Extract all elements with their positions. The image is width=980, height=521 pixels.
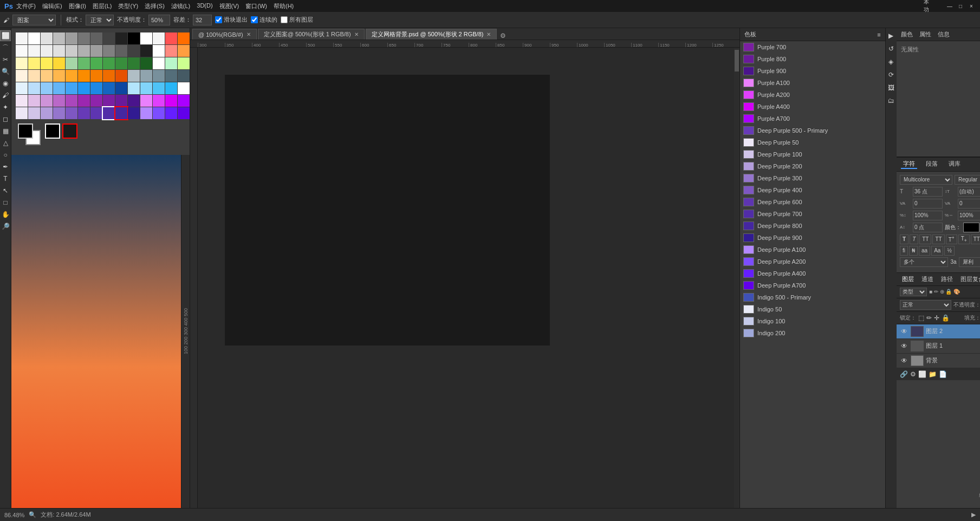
tab-3-close[interactable]: ✕ <box>486 31 491 37</box>
swatch-cell[interactable] <box>78 45 90 57</box>
swatch-cell[interactable] <box>28 57 40 69</box>
bold-btn[interactable]: T <box>900 235 908 244</box>
menu-filter[interactable]: 滤镜(L) <box>171 2 190 10</box>
swatch-cell[interactable] <box>153 82 165 94</box>
menu-image[interactable]: 图像(I) <box>69 2 86 10</box>
color-list-item[interactable]: Indigo 500 - Primary <box>740 291 885 303</box>
caps-btn[interactable]: TT <box>971 235 980 244</box>
color-list-item[interactable]: Deep Purple A400 <box>740 268 885 279</box>
tab-2-close[interactable]: ✕ <box>354 31 359 37</box>
lock-transparent-icon[interactable]: ⬚ <box>918 314 924 322</box>
props-tab-info[interactable]: 信息 <box>938 30 950 38</box>
swatch-cell[interactable] <box>128 70 140 82</box>
props-tab-color[interactable]: 颜色 <box>901 30 913 38</box>
far-right-tool-2[interactable]: ↺ <box>886 43 897 54</box>
swatch-cell[interactable] <box>103 70 115 82</box>
swatch-cell[interactable] <box>153 32 165 44</box>
tool-lasso[interactable]: ⌒ <box>0 42 11 53</box>
swatch-cell[interactable] <box>28 70 40 82</box>
add-style-btn[interactable]: ⚙ <box>910 370 916 378</box>
swatch-cell[interactable] <box>165 32 177 44</box>
menu-edit[interactable]: 编辑(E) <box>42 2 62 10</box>
tool-eraser[interactable]: ◻ <box>0 114 11 125</box>
swatch-cell[interactable] <box>90 32 102 44</box>
swatch-cell[interactable] <box>28 32 40 44</box>
v-scale-input[interactable] <box>913 211 943 220</box>
swatch-cell[interactable] <box>165 107 177 119</box>
swatch-cell[interactable] <box>128 45 140 57</box>
layer-vis-2[interactable]: 👁 <box>900 356 908 365</box>
swatch-cell[interactable] <box>16 70 28 82</box>
canvas-content[interactable] <box>198 48 734 508</box>
swatch-cell[interactable] <box>41 32 53 44</box>
color-list-item[interactable]: Purple 800 <box>740 53 885 65</box>
opacity-input[interactable] <box>148 15 170 25</box>
swatch-cell[interactable] <box>128 82 140 94</box>
swatch-cell[interactable] <box>178 32 190 44</box>
menu-3d[interactable]: 3D(D) <box>197 2 212 10</box>
color-list-item[interactable]: Purple A700 <box>740 113 885 125</box>
swatch-cell[interactable] <box>53 57 65 69</box>
swatch-cell[interactable] <box>103 95 115 107</box>
color-list-item[interactable]: Deep Purple 400 <box>740 184 885 196</box>
swatch-cell[interactable] <box>53 107 65 119</box>
language-select[interactable]: 多个 <box>900 257 948 267</box>
tool-blur[interactable]: △ <box>0 138 11 148</box>
new-layer-btn[interactable]: 📄 <box>939 370 947 378</box>
color-list-item[interactable]: Purple A100 <box>740 77 885 89</box>
color-list-item[interactable]: Deep Purple 600 <box>740 196 885 208</box>
swatch-cell[interactable] <box>90 107 102 119</box>
color-list-item[interactable]: Deep Purple A700 <box>740 279 885 291</box>
tt-btn[interactable]: TT <box>919 235 931 244</box>
swatch-cell[interactable] <box>78 82 90 94</box>
swatch-cell[interactable] <box>140 95 152 107</box>
blend-mode-select[interactable]: 正常 <box>86 15 114 25</box>
swatch-cell[interactable] <box>165 82 177 94</box>
color-panel-menu[interactable]: ≡ <box>877 31 880 38</box>
color-list-item[interactable]: Purple A200 <box>740 89 885 101</box>
swatch-cell[interactable] <box>41 95 53 107</box>
swatch-cell[interactable] <box>178 57 190 69</box>
swatch-cell[interactable] <box>128 107 140 119</box>
swatch-cell[interactable] <box>115 95 127 107</box>
swatch-cell[interactable] <box>178 107 190 119</box>
swatch-cell[interactable] <box>165 57 177 69</box>
tab-2[interactable]: 定义图案@ 500%(形状 1 RGB/8) ✕ <box>258 29 365 40</box>
add-mask-btn[interactable]: ⬜ <box>918 370 926 378</box>
tool-crop[interactable]: ✂ <box>0 54 11 65</box>
swatch-cell[interactable] <box>66 82 77 94</box>
menu-select[interactable]: 选择(S) <box>145 2 165 10</box>
tool-dodge[interactable]: ○ <box>0 149 11 160</box>
font-size-input[interactable] <box>913 187 943 197</box>
props-tab-attrs[interactable]: 属性 <box>919 30 931 38</box>
tool-brush[interactable]: 🖌 <box>0 90 11 101</box>
layers-tab-channels[interactable]: 通道 <box>920 275 934 283</box>
lock-move-icon[interactable]: ✛ <box>934 314 939 322</box>
swatch-cell[interactable] <box>165 45 177 57</box>
swatch-cell[interactable] <box>178 82 190 94</box>
swatch-cell[interactable] <box>165 95 177 107</box>
swatch-cell[interactable] <box>28 45 40 57</box>
color-list-item[interactable]: Deep Purple 100 <box>740 148 885 160</box>
swatch-cell[interactable] <box>16 45 28 57</box>
color-list-item[interactable]: Deep Purple A200 <box>740 256 885 268</box>
swatch-cell[interactable] <box>178 45 190 57</box>
aa-btn[interactable]: aa <box>919 246 930 256</box>
tt2-btn[interactable]: TT <box>932 235 944 244</box>
tolerance-input[interactable] <box>193 15 212 25</box>
swatch-cell[interactable] <box>90 70 102 82</box>
swatch-cell[interactable] <box>115 57 127 69</box>
swatch-cell[interactable] <box>66 95 77 107</box>
aa2-btn[interactable]: Aa <box>931 246 943 256</box>
blend-mode-layers[interactable]: 正常 <box>900 300 951 310</box>
swatch-cell[interactable] <box>66 107 77 119</box>
swatch-cell[interactable] <box>16 95 28 107</box>
swatch-cell[interactable] <box>153 95 165 107</box>
swatch-cell[interactable] <box>178 70 190 82</box>
char-tab-character[interactable]: 字符 <box>901 160 917 169</box>
swatch-cell[interactable] <box>103 32 115 44</box>
menu-type[interactable]: 类型(Y) <box>118 2 138 10</box>
menu-view[interactable]: 视图(V) <box>219 2 239 10</box>
swatch-cell[interactable] <box>53 82 65 94</box>
swatch-cell[interactable] <box>28 107 40 119</box>
